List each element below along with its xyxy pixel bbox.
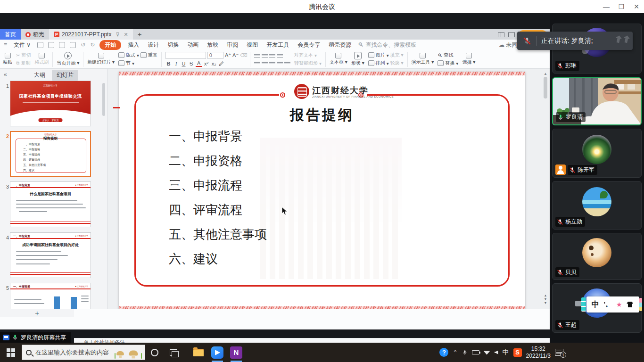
menu-tab-slideshow[interactable]: 放映 <box>205 41 220 49</box>
menu-tab-view[interactable]: 视图 <box>245 41 260 49</box>
menu-tab-docer-res[interactable]: 稻壳资源 <box>327 41 353 49</box>
bold-button[interactable]: B <box>165 61 172 66</box>
arrange-button[interactable]: 排列 ▾ 轮廓 ▾ <box>368 60 404 66</box>
decrease-indent-icon[interactable] <box>269 53 275 58</box>
present-tools-button[interactable]: 演示工具 ▾ <box>412 53 434 66</box>
cortana-button[interactable] <box>145 343 164 362</box>
battery-icon[interactable] <box>472 350 479 354</box>
slide-thumbnail-5[interactable]: 一、申报背景 江西财经大学 <box>10 283 91 309</box>
italic-button[interactable]: I <box>173 61 179 66</box>
participant-tile-speaking[interactable]: 罗良清 <box>552 77 642 125</box>
replace-button[interactable]: 替换 ▾ <box>438 60 458 66</box>
menu-tab-review[interactable]: 审阅 <box>225 41 240 49</box>
ime-dock-icon[interactable] <box>581 297 586 312</box>
pin-tab-icon[interactable]: ⊽ <box>116 32 119 38</box>
slide-thumbnail-3[interactable]: 一、申报背景 江西财经大学 什么是国家社科基金项目 <box>10 181 91 227</box>
clear-format-icon[interactable]: ⌫ <box>240 52 246 58</box>
start-button[interactable] <box>0 343 22 362</box>
scroll-up-icon[interactable]: ▲ <box>543 72 548 76</box>
number-list-icon[interactable] <box>262 53 268 58</box>
taskbar-search-input[interactable]: 在这里输入你要搜索的内容 <box>22 345 145 360</box>
notification-center-icon[interactable]: 1 <box>555 349 563 356</box>
hidden-icons-chevron[interactable]: ⌃ <box>453 349 457 356</box>
increase-indent-icon[interactable] <box>277 53 283 58</box>
menu-tab-animation[interactable]: 动画 <box>185 41 200 49</box>
ime-handle[interactable] <box>575 301 581 306</box>
tab-slides[interactable]: 幻灯片 <box>52 70 78 81</box>
line-spacing-icon[interactable] <box>284 60 290 65</box>
subscript-button[interactable]: x₂ <box>211 61 217 66</box>
redo-icon[interactable]: ↻ <box>90 41 95 48</box>
find-button[interactable]: 🔍︎ 查找 <box>438 52 458 58</box>
wifi-icon[interactable] <box>484 350 490 355</box>
ime-punctuation-icon[interactable]: ’。 <box>604 300 612 309</box>
ime-toolbox-icon[interactable] <box>627 302 633 307</box>
tab-docer[interactable]: 稻壳 <box>21 29 49 40</box>
play-from-page-button[interactable]: 当页开始 ▾ <box>57 52 79 66</box>
cut-button[interactable]: ✂ 剪切 <box>16 52 31 58</box>
outline-button[interactable]: 轮廓 ▾ <box>390 60 404 66</box>
help-tray-icon[interactable]: ? <box>439 348 448 357</box>
canvas-scrollbar[interactable]: ▲ ▲▼▼ <box>543 72 548 306</box>
scrollbar-thumb[interactable] <box>544 77 547 99</box>
menu-tab-transition[interactable]: 切换 <box>165 41 181 49</box>
participant-tile[interactable]: 杨立勋 <box>552 181 642 230</box>
justify-icon[interactable] <box>277 60 283 65</box>
reset-button[interactable]: 重置 <box>148 52 157 58</box>
align-right-icon[interactable] <box>269 60 275 65</box>
undo-icon[interactable]: ↺ <box>81 41 85 48</box>
menu-tab-home[interactable]: 开始 <box>99 40 121 50</box>
panel-scrollbar[interactable] <box>102 83 105 116</box>
to-smartart-button[interactable]: 转智能图形 ▾ <box>294 60 322 66</box>
print-icon[interactable] <box>59 42 65 48</box>
align-center-icon[interactable] <box>262 60 268 65</box>
font-name-input[interactable] <box>165 52 206 59</box>
font-size-input[interactable] <box>207 52 223 59</box>
align-text-button[interactable]: 对齐文本 ▾ <box>294 52 322 58</box>
align-left-icon[interactable] <box>254 60 260 65</box>
slide-thumbnail-4[interactable]: 一、申报背景 江西财经大学 成功申请国家社科基金项目的好处 <box>10 232 91 278</box>
shape-button[interactable]: 形状 ▾ <box>351 52 364 66</box>
taskbar-clock[interactable]: 15:322022/11/3 <box>526 346 551 360</box>
slide-thumbnail-2-selected[interactable]: 江西财经大学 报告提纲 一、申报背景 二、申报资格 三、申报流程 四、评审流程 … <box>10 131 91 177</box>
preview-icon[interactable] <box>70 42 76 48</box>
tab-document[interactable]: P 20221017-PPT.pptx ⊽ ✕ <box>49 29 133 40</box>
tencent-meeting-app[interactable] <box>208 343 227 362</box>
file-explorer-button[interactable] <box>189 343 208 362</box>
current-slide[interactable]: 江西财经大学 JIANGXI UNIVERSITY OF FINANCE AND… <box>119 72 525 309</box>
fill-button[interactable]: 填充 ▾ <box>390 52 404 58</box>
task-view-button[interactable] <box>164 343 183 362</box>
section-button[interactable]: 节 ▾ <box>118 60 157 66</box>
add-slide-button[interactable]: ＋ <box>33 309 41 317</box>
select-button[interactable]: 选择 ▾ <box>462 53 475 66</box>
menu-tab-design[interactable]: 设计 <box>146 41 161 49</box>
onenote-app[interactable]: N <box>227 343 246 362</box>
command-search[interactable]: 🔍︎ 查找命令、搜索模板 <box>358 41 416 49</box>
paste-button[interactable]: 粘贴 <box>3 53 12 66</box>
format-painter-button[interactable]: 格式刷 <box>34 53 49 66</box>
hamburger-icon[interactable]: ≡ <box>4 41 7 48</box>
copy-button[interactable]: ⧉ 复制 <box>16 60 31 66</box>
prev-next-slide-buttons[interactable]: ▲▼▼ <box>543 294 548 305</box>
tab-home[interactable]: 首页 <box>0 29 21 40</box>
strikethrough-button[interactable]: S <box>188 61 194 66</box>
participant-tile[interactable]: 陈开军 <box>552 129 642 178</box>
ime-mode-indicator[interactable]: 中 <box>592 300 599 310</box>
workspace-grid-icon[interactable] <box>508 32 515 37</box>
superscript-button[interactable]: x² <box>203 61 209 66</box>
underline-button[interactable]: U <box>181 61 187 66</box>
slide-thumbnail-1[interactable]: 江西财经大学 国家社科基金项目申报经验交流 主讲人：罗良清 <box>10 81 91 126</box>
highlight-button[interactable]: 🖉 <box>218 61 224 66</box>
output-icon[interactable] <box>48 42 54 48</box>
ime-skin-icon[interactable]: ★ <box>616 301 622 308</box>
font-color-button[interactable]: A <box>196 60 202 67</box>
decrease-font-icon[interactable]: A⁻ <box>232 52 239 58</box>
menu-tab-member[interactable]: 会员专享 <box>296 41 322 49</box>
sogou-ime-icon[interactable]: S <box>513 348 522 357</box>
split-view-icon[interactable] <box>498 32 504 37</box>
bullet-list-icon[interactable] <box>254 53 260 58</box>
tab-outline[interactable]: 大纲 <box>29 70 50 81</box>
menu-tab-developer[interactable]: 开发工具 <box>264 41 291 49</box>
text-box-button[interactable]: 文本框 ▾ <box>330 53 347 66</box>
speaker-icon[interactable] <box>495 351 498 354</box>
